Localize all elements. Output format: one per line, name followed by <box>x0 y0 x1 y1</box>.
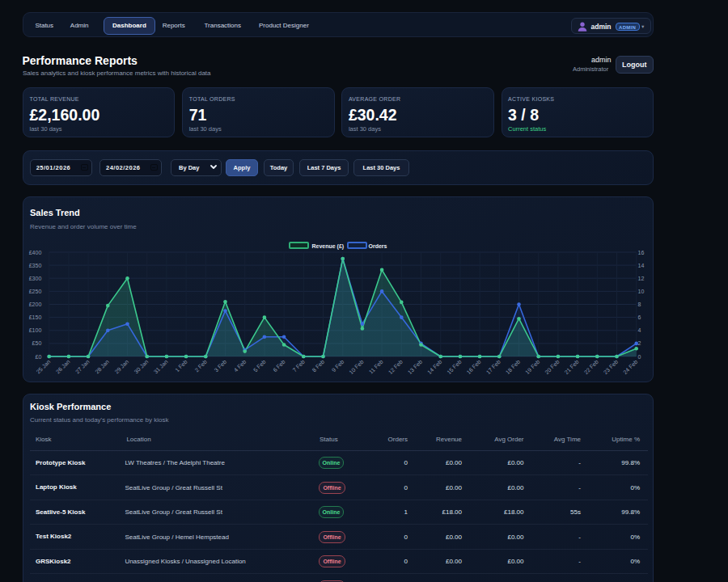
svg-text:Orders: Orders <box>369 243 387 249</box>
svg-text:14: 14 <box>638 263 645 268</box>
svg-text:29 Jan: 29 Jan <box>113 359 129 375</box>
svg-text:2: 2 <box>638 340 641 346</box>
svg-text:6: 6 <box>638 314 641 320</box>
svg-text:12: 12 <box>638 276 645 281</box>
svg-text:14 Feb: 14 Feb <box>426 359 442 375</box>
svg-text:8 Feb: 8 Feb <box>311 359 326 373</box>
svg-text:1 Feb: 1 Feb <box>174 359 188 373</box>
svg-text:0: 0 <box>638 354 641 360</box>
svg-text:30 Jan: 30 Jan <box>133 359 150 375</box>
svg-text:£150: £150 <box>29 314 42 320</box>
svg-text:4: 4 <box>638 327 641 333</box>
svg-text:16: 16 <box>638 250 645 255</box>
svg-text:24 Feb: 24 Feb <box>622 359 638 375</box>
svg-text:3 Feb: 3 Feb <box>214 359 228 373</box>
svg-text:£350: £350 <box>29 263 42 268</box>
svg-text:£400: £400 <box>29 250 42 255</box>
svg-text:10: 10 <box>638 289 645 294</box>
svg-text:7 Feb: 7 Feb <box>291 359 306 373</box>
svg-text:22 Feb: 22 Feb <box>583 359 599 375</box>
svg-text:18 Feb: 18 Feb <box>505 359 521 375</box>
svg-text:10 Feb: 10 Feb <box>348 359 364 375</box>
svg-text:4 Feb: 4 Feb <box>233 359 248 373</box>
svg-text:23 Feb: 23 Feb <box>603 359 619 375</box>
svg-text:31 Jan: 31 Jan <box>153 359 169 375</box>
svg-text:Revenue (£): Revenue (£) <box>312 243 345 250</box>
svg-text:25 Jan: 25 Jan <box>36 359 52 375</box>
svg-text:2 Feb: 2 Feb <box>193 359 208 373</box>
svg-text:£250: £250 <box>29 289 42 294</box>
svg-text:5 Feb: 5 Feb <box>252 359 267 373</box>
svg-text:17 Feb: 17 Feb <box>485 359 502 375</box>
svg-text:£0: £0 <box>36 354 42 360</box>
svg-text:21 Feb: 21 Feb <box>563 359 579 375</box>
svg-text:26 Jan: 26 Jan <box>55 359 71 375</box>
svg-text:£200: £200 <box>29 302 42 307</box>
svg-text:12 Feb: 12 Feb <box>387 359 404 375</box>
svg-text:9 Feb: 9 Feb <box>331 359 345 373</box>
svg-text:£50: £50 <box>32 340 42 346</box>
svg-text:19 Feb: 19 Feb <box>524 359 540 375</box>
svg-text:27 Jan: 27 Jan <box>74 359 91 375</box>
svg-text:£100: £100 <box>29 327 42 333</box>
svg-text:20 Feb: 20 Feb <box>544 359 560 375</box>
svg-text:6 Feb: 6 Feb <box>272 359 286 373</box>
svg-text:15 Feb: 15 Feb <box>446 359 462 375</box>
svg-text:11 Feb: 11 Feb <box>368 359 384 375</box>
svg-text:13 Feb: 13 Feb <box>407 359 423 375</box>
svg-text:£300: £300 <box>29 276 42 281</box>
svg-text:8: 8 <box>638 302 641 307</box>
svg-text:28 Jan: 28 Jan <box>94 359 110 375</box>
svg-text:16 Feb: 16 Feb <box>465 359 481 375</box>
